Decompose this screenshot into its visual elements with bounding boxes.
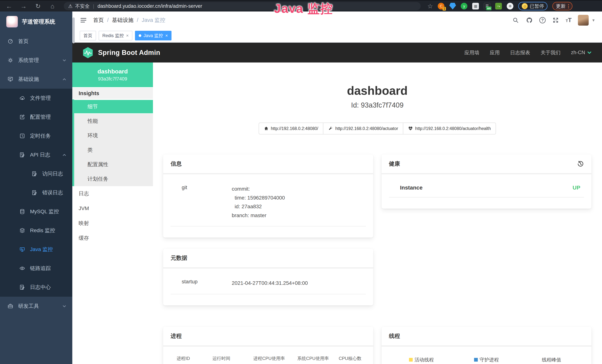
sba-item-logs[interactable]: 日志 [72, 186, 153, 201]
forward-icon[interactable]: → [17, 3, 30, 10]
tags-bar: 首页 Redis 监控 × Java 监控 × [72, 29, 602, 43]
extension-icon-grid[interactable]: ▦ [472, 3, 479, 10]
search-icon[interactable] [512, 17, 519, 24]
history-icon[interactable] [577, 161, 584, 167]
breadcrumb-infra[interactable]: 基础设施 [112, 17, 133, 24]
font-size-icon[interactable]: TT [566, 17, 572, 23]
heartbeat-icon [408, 126, 413, 131]
chevron-down-icon [62, 58, 67, 63]
active-dot [139, 34, 141, 37]
health-row-instance: Instance UP [389, 184, 584, 197]
actuator-url-button[interactable]: http://192.168.0.2:48080/actuator [323, 123, 403, 134]
extension-icon-y[interactable]: y [461, 3, 467, 10]
close-icon[interactable]: × [126, 33, 129, 38]
sba-item-caches[interactable]: 缓存 [72, 231, 153, 246]
url-text: dashboard.yudao.iocoder.cn/infra/admin-s… [97, 3, 202, 9]
hamburger-icon[interactable] [80, 17, 87, 24]
page-annotation: Java 监控 [274, 0, 333, 17]
legend-swatch-daemon [474, 358, 478, 362]
user-avatar[interactable] [578, 15, 589, 26]
breadcrumb-home[interactable]: 首页 [93, 17, 104, 24]
tab-java-monitor[interactable]: Java 监控 × [135, 31, 172, 40]
sidebar-item-access-logs[interactable]: 访问日志 [0, 164, 72, 183]
sidebar-item-dev-tools[interactable]: 研发工具 [0, 297, 72, 316]
sba-instance-id: 93a3fc7f7409 [98, 76, 127, 82]
browser-menu-icon[interactable] [568, 4, 569, 8]
process-col-proc-cpu: 进程CPU使用率 [247, 354, 291, 364]
sidebar-item-cron-jobs[interactable]: 定时任务 [0, 127, 72, 145]
sba-item-config-props[interactable]: 配置属性 [74, 157, 153, 172]
sba-locale-select[interactable]: zh-CN [571, 50, 592, 55]
user-caret-icon[interactable]: ▾ [592, 18, 595, 23]
back-icon[interactable]: ← [3, 3, 16, 10]
sidebar-item-log-center[interactable]: 日志中心 [0, 278, 72, 297]
service-url-button[interactable]: http://192.168.0.2:48080/ [259, 123, 323, 134]
tab-redis-monitor[interactable]: Redis 监控 × [99, 31, 132, 40]
scrollbar-thumb[interactable] [73, 17, 75, 43]
admin-sidebar: 芋道管理系统 首页 系统管理 基础设施 [0, 11, 72, 364]
instance-title: dashboard [163, 84, 591, 97]
chevron-down-icon [62, 304, 67, 309]
doc-pen-icon [19, 152, 25, 158]
info-row-label: git [182, 184, 232, 191]
sidebar-item-system[interactable]: 系统管理 [0, 51, 72, 70]
help-icon[interactable]: ? [539, 17, 546, 23]
update-button[interactable]: 更新 [552, 2, 572, 11]
sba-item-details[interactable]: 细节 [74, 99, 153, 114]
sidebar-item-api-logs[interactable]: API 日志 [0, 145, 72, 164]
extension-icon-refresh[interactable]: C1 [438, 3, 444, 10]
breadcrumb: 首页 / 基础设施 / Java 监控 [93, 17, 165, 24]
sba-nav-journal[interactable]: 日志报表 [510, 49, 530, 56]
sba-item-jvm[interactable]: JVM [72, 201, 153, 216]
health-row-label: Instance [400, 184, 573, 191]
github-icon[interactable] [526, 17, 533, 24]
chevron-up-icon [62, 77, 67, 82]
bookmark-star-icon[interactable]: ☆ [427, 2, 433, 10]
sba-nav-about[interactable]: 关于我们 [540, 49, 560, 56]
warning-icon: ⚠ [68, 3, 73, 9]
sidebar-item-file-manage[interactable]: 文件管理 [0, 89, 72, 107]
app-logo [6, 16, 18, 27]
profile-paused-button[interactable]: ☺ 已暂停 [518, 2, 548, 11]
tab-home[interactable]: 首页 [80, 31, 96, 40]
sidebar-item-infra[interactable]: 基础设施 [0, 70, 72, 89]
sba-item-environment[interactable]: 环境 [74, 128, 153, 143]
screen: ← → ↻ ⌂ ⚠ 不安全 | dashboard.yudao.iocoder.… [0, 0, 602, 364]
health-url-button[interactable]: http://192.168.0.2:48080/actuator/health [403, 123, 496, 134]
extension-icon-sprout[interactable]: ⤳ [495, 3, 502, 10]
extension-icon-list[interactable]: ☰on [484, 3, 490, 10]
sba-item-classes[interactable]: 类 [74, 143, 153, 157]
sidebar-item-home[interactable]: 首页 [0, 32, 72, 51]
url-bar[interactable]: ⚠ 不安全 | dashboard.yudao.iocoder.cn/infra… [64, 2, 421, 10]
sba-instance-header[interactable]: dashboard 93a3fc7f7409 [72, 63, 153, 87]
sba-item-metrics[interactable]: 性能 [74, 114, 153, 128]
sidebar-item-mysql-monitor[interactable]: MySQL 监控 [0, 202, 72, 221]
paused-label: 已暂停 [529, 3, 544, 10]
fullscreen-icon[interactable] [552, 17, 559, 24]
threads-legend: 活动线程 143 守护进程 53 线程峰值 [389, 357, 584, 364]
app-logo-row[interactable]: 芋道管理系统 [0, 11, 72, 32]
sidebar-item-java-monitor[interactable]: Java 监控 [0, 240, 72, 259]
sidebar-item-error-logs[interactable]: 错误日志 [0, 183, 72, 202]
reload-icon[interactable]: ↻ [32, 2, 44, 10]
extension-icon-pin[interactable] [449, 3, 456, 10]
close-icon[interactable]: × [165, 33, 168, 38]
sba-nav-wallboard[interactable]: 应用墙 [464, 49, 479, 56]
extension-badge: 1 [442, 7, 446, 11]
extensions-puzzle-icon[interactable]: ❉ [507, 3, 513, 10]
sba-insights-group: 细节 性能 环境 类 配置属性 计划任务 [72, 99, 153, 186]
home-icon[interactable]: ⌂ [46, 3, 59, 10]
sba-brand[interactable]: Spring Boot Admin [83, 47, 160, 59]
database-icon [19, 209, 25, 214]
sidebar-item-tracing[interactable]: 链路追踪 [0, 259, 72, 278]
sba-item-mappings[interactable]: 映射 [72, 216, 153, 231]
edit-square-icon [19, 114, 25, 120]
card-process: 进程 进程ID 运行时间 进程CPU使用率 系统 [163, 327, 373, 364]
breadcrumb-current: Java 监控 [142, 17, 165, 24]
sba-nav-applications[interactable]: 应用 [490, 49, 500, 56]
sidebar-item-config-manage[interactable]: 配置管理 [0, 107, 72, 127]
sba-item-scheduled-tasks[interactable]: 计划任务 [74, 172, 153, 186]
sba-frame: Spring Boot Admin 应用墙 应用 日志报表 关于我们 zh-CN [72, 43, 602, 364]
sba-nav-links: 应用墙 应用 日志报表 关于我们 zh-CN [464, 49, 592, 56]
sidebar-item-redis-monitor[interactable]: Redis 监控 [0, 221, 72, 240]
